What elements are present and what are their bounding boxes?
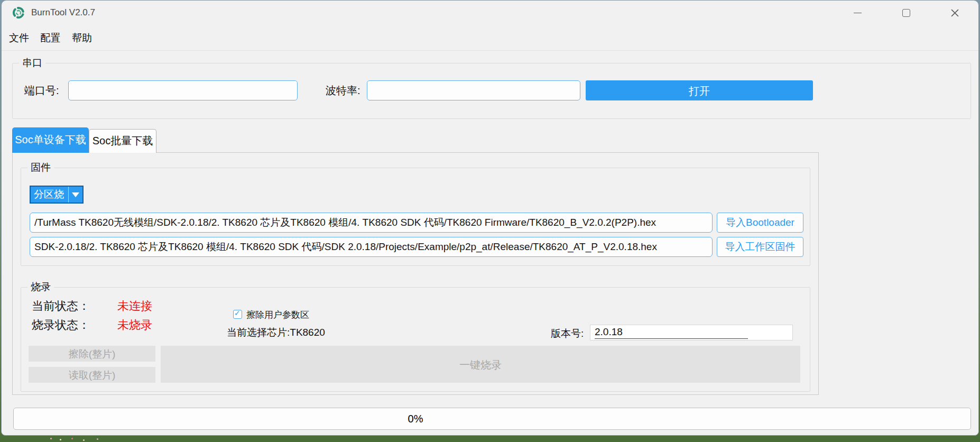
app-window: BurnTool V2.0.7 文件 配置 帮助 串口 端口号: COM5 CH… [1,0,979,436]
bootloader-path-input[interactable]: /TurMass TK8620无线模组/SDK-2.0.18/2. TK8620… [30,213,713,233]
version-value: 2.0.18 [595,326,748,339]
workspace-path-value: SDK-2.0.18/2. TK8620 芯片及TK8620 模组/4. TK8… [34,241,657,252]
port-label: 端口号: [24,80,59,100]
baud-input[interactable]: 921600 [367,80,580,100]
current-state-value: 未连接 [117,298,152,314]
import-workspace-firmware-button[interactable]: 导入工作区固件 [717,237,803,257]
tab-soc-single-download[interactable]: Soc单设备下载 [12,127,89,153]
workspace-firmware-path-input[interactable]: SDK-2.0.18/2. TK8620 芯片及TK8620 模组/4. TK8… [30,237,713,257]
burn-group-legend: 烧录 [27,280,54,294]
progress-bar: 0% [13,408,971,430]
open-port-button[interactable]: 打开 [586,80,813,100]
current-state-label: 当前状态： [32,298,90,314]
burn-group: 烧录 当前状态： 未连接 烧录状态： 未烧录 擦除用户参数区 当前选择芯片:TK… [21,287,810,392]
erase-whole-chip-button[interactable]: 擦除(整片) [29,346,155,362]
minimize-icon[interactable] [841,1,874,25]
tab-soc-batch-download[interactable]: Soc批量下载 [89,129,156,153]
read-whole-chip-button[interactable]: 读取(整片) [29,367,155,383]
firmware-group-legend: 固件 [27,161,54,174]
bootloader-path-value: /TurMass TK8620无线模组/SDK-2.0.18/2. TK8620… [34,217,656,228]
progress-percent-text: 0% [384,408,447,429]
chevron-down-icon [72,192,79,197]
menu-item-file[interactable]: 文件 [8,31,30,45]
combo-separator [68,187,69,202]
burn-mode-value: 分区烧 [31,188,68,201]
version-label: 版本号: [551,327,584,340]
firmware-group: 固件 分区烧 /TurMass TK8620无线模组/SDK-2.0.18/2.… [21,168,810,266]
import-bootloader-button[interactable]: 导入Bootloader [717,213,803,233]
window-title: BurnTool V2.0.7 [31,7,95,18]
erase-user-param-checkbox[interactable] [233,310,242,319]
close-icon[interactable] [938,1,971,25]
erase-user-param-label: 擦除用户参数区 [246,309,309,321]
title-bar: BurnTool V2.0.7 [2,1,978,25]
app-swirl-icon [12,6,25,19]
port-input[interactable]: COM5 CH340 [68,80,298,100]
desktop-wallpaper-flowers [50,438,52,439]
burn-state-value: 未烧录 [117,317,152,333]
burn-mode-select[interactable]: 分区烧 [30,186,84,204]
serial-group: 串口 端口号: COM5 CH340 波特率: 921600 打开 [12,63,971,119]
burn-state-label: 烧录状态： [32,317,90,333]
maximize-icon[interactable] [890,1,922,25]
menu-item-config[interactable]: 配置 [39,31,61,45]
serial-group-legend: 串口 [19,56,45,70]
menu-item-help[interactable]: 帮助 [71,31,93,45]
one-key-burn-button[interactable]: 一键烧录 [161,346,800,383]
selected-chip-text: 当前选择芯片:TK8620 [227,326,325,339]
menu-bar: 文件 配置 帮助 [2,25,978,51]
version-input[interactable]: 2.0.18 [590,325,793,340]
baud-label: 波特率: [326,80,360,100]
